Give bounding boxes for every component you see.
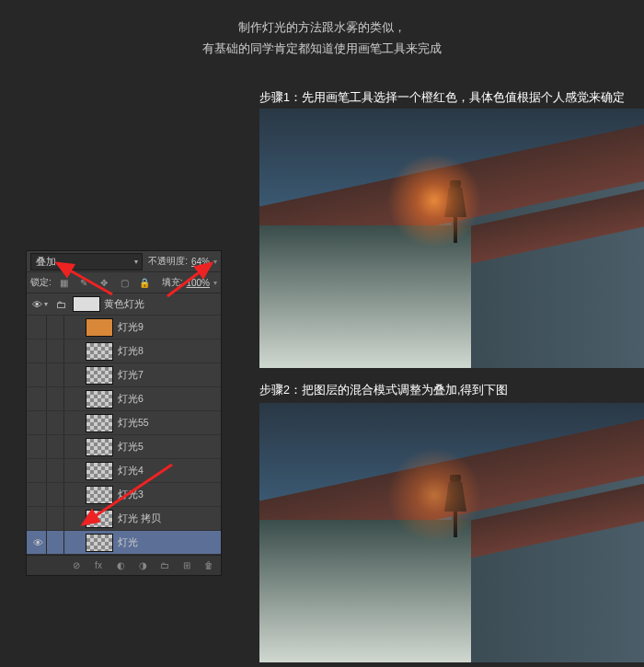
- layer-link-slot[interactable]: [47, 339, 64, 362]
- layer-thumb[interactable]: [86, 510, 113, 528]
- layer-row[interactable]: 👁灯光: [27, 531, 221, 555]
- preview-image-2: [259, 403, 644, 662]
- panel-footer: ⊘ fx ◐ ◑ 🗀 ⊞ 🗑: [27, 555, 221, 575]
- fill-label: 填充:: [162, 276, 183, 289]
- layer-group[interactable]: 👁 ▾ 🗀 黄色灯光: [27, 293, 221, 316]
- group-twirl-icon[interactable]: ▾: [44, 300, 53, 308]
- step2-text: 步骤2：把图层的混合模式调整为叠加,得到下图: [259, 383, 508, 398]
- layers-list: 灯光9灯光8灯光7灯光6灯光55灯光5灯光4灯光3灯光 拷贝👁灯光: [27, 316, 221, 555]
- intro-line2: 有基础的同学肯定都知道使用画笔工具来完成: [0, 38, 644, 59]
- lock-all-icon[interactable]: 🔒: [139, 277, 151, 289]
- layers-panel: 叠加 不透明度: 64% ▾ 锁定: ▦ ✎ ✥ ▢ 🔒 填充: 100% ▾ …: [26, 250, 222, 576]
- lock-move-icon[interactable]: ✥: [98, 277, 110, 289]
- layer-row[interactable]: 灯光5: [27, 435, 221, 459]
- trash-icon[interactable]: 🗑: [202, 559, 215, 572]
- lock-brush-icon[interactable]: ✎: [78, 277, 90, 289]
- fx-icon[interactable]: fx: [92, 559, 105, 572]
- group-visibility-icon[interactable]: 👁: [29, 299, 44, 310]
- preview-image-1: [259, 109, 644, 368]
- mask-icon[interactable]: ◐: [114, 559, 127, 572]
- layer-visibility-icon[interactable]: [29, 435, 47, 458]
- layer-name: 灯光5: [118, 441, 144, 454]
- folder-icon: 🗀: [56, 299, 66, 310]
- lock-icons: ▦ ✎ ✥ ▢ 🔒: [53, 277, 155, 289]
- layer-visibility-icon[interactable]: 👁: [29, 531, 47, 554]
- layer-thumb[interactable]: [86, 342, 113, 361]
- layer-visibility-icon[interactable]: [29, 387, 47, 410]
- blend-opacity-row: 叠加 不透明度: 64% ▾: [27, 251, 221, 272]
- layer-row[interactable]: 灯光7: [27, 363, 221, 387]
- layer-name: 灯光: [118, 536, 138, 549]
- fill-chevron-icon[interactable]: ▾: [213, 279, 217, 287]
- group-mask-thumb[interactable]: [73, 296, 100, 312]
- fill-value[interactable]: 100%: [186, 278, 210, 288]
- new-layer-icon[interactable]: ⊞: [180, 559, 193, 572]
- layer-row[interactable]: 灯光8: [27, 339, 221, 363]
- layer-row[interactable]: 灯光 拷贝: [27, 507, 221, 531]
- opacity-label: 不透明度:: [148, 255, 188, 268]
- lock-fill-row: 锁定: ▦ ✎ ✥ ▢ 🔒 填充: 100% ▾: [27, 272, 221, 293]
- layer-thumb[interactable]: [86, 534, 113, 552]
- opacity-chevron-icon[interactable]: ▾: [213, 258, 217, 266]
- layer-visibility-icon[interactable]: [29, 507, 47, 530]
- blend-mode-value: 叠加: [36, 255, 56, 269]
- layer-name: 灯光7: [118, 369, 144, 382]
- intro-line1: 制作灯光的方法跟水雾的类似，: [0, 17, 644, 38]
- intro-text: 制作灯光的方法跟水雾的类似， 有基础的同学肯定都知道使用画笔工具来完成: [0, 0, 644, 69]
- adjustment-icon[interactable]: ◑: [136, 559, 149, 572]
- opacity-value[interactable]: 64%: [191, 257, 210, 267]
- layer-name: 灯光4: [118, 465, 144, 477]
- layer-link-slot[interactable]: [47, 411, 64, 434]
- layer-visibility-icon[interactable]: [29, 339, 47, 362]
- layer-link-slot[interactable]: [47, 483, 64, 506]
- layer-name: 灯光3: [118, 489, 144, 501]
- layer-link-slot[interactable]: [47, 387, 64, 410]
- lock-artboard-icon[interactable]: ▢: [119, 277, 131, 289]
- layer-name: 灯光8: [118, 345, 144, 358]
- new-group-icon[interactable]: 🗀: [158, 559, 171, 572]
- lock-transparency-icon[interactable]: ▦: [58, 277, 70, 289]
- step1-text: 步骤1：先用画笔工具选择一个橙红色，具体色值根据个人感觉来确定: [259, 90, 625, 106]
- layer-thumb[interactable]: [86, 318, 113, 337]
- layer-link-slot[interactable]: [47, 435, 64, 458]
- layer-name: 灯光9: [118, 321, 144, 334]
- layer-visibility-icon[interactable]: [29, 363, 47, 386]
- layer-visibility-icon[interactable]: [29, 483, 47, 506]
- layer-link-slot[interactable]: [47, 459, 64, 482]
- lock-label: 锁定:: [30, 276, 52, 289]
- layer-thumb[interactable]: [86, 366, 113, 385]
- layer-visibility-icon[interactable]: [29, 411, 47, 434]
- layer-thumb[interactable]: [86, 462, 113, 480]
- layer-thumb[interactable]: [86, 390, 113, 408]
- layer-thumb[interactable]: [86, 438, 113, 456]
- layer-link-slot[interactable]: [47, 531, 64, 554]
- layer-visibility-icon[interactable]: [29, 316, 47, 339]
- layer-link-slot[interactable]: [47, 316, 64, 339]
- layer-name: 灯光6: [118, 393, 144, 406]
- link-layers-icon[interactable]: ⊘: [70, 559, 83, 572]
- layer-name: 灯光55: [118, 417, 149, 430]
- blend-mode-select[interactable]: 叠加: [30, 253, 143, 270]
- layer-row[interactable]: 灯光3: [27, 483, 221, 507]
- layer-link-slot[interactable]: [47, 507, 64, 530]
- layer-row[interactable]: 灯光55: [27, 411, 221, 435]
- layer-thumb[interactable]: [86, 414, 113, 432]
- layer-row[interactable]: 灯光4: [27, 459, 221, 483]
- layer-row[interactable]: 灯光9: [27, 316, 221, 339]
- layer-name: 灯光 拷贝: [118, 512, 161, 525]
- layer-link-slot[interactable]: [47, 363, 64, 386]
- layer-thumb[interactable]: [86, 486, 113, 504]
- layer-visibility-icon[interactable]: [29, 459, 47, 482]
- layer-row[interactable]: 灯光6: [27, 387, 221, 411]
- group-name: 黄色灯光: [104, 298, 144, 311]
